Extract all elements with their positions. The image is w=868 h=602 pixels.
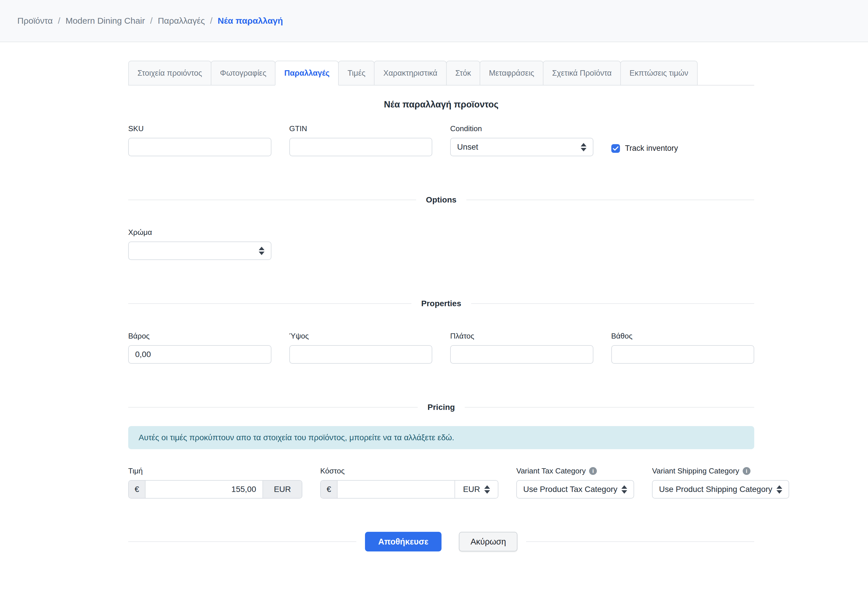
footer-button-group: Αποθήκευσε Ακύρωση (356, 531, 526, 552)
tab-translations[interactable]: Μεταφράσεις (480, 61, 543, 86)
select-arrows-icon (621, 485, 627, 494)
product-tabs: Στοιχεία προιόντος Φωτογραφίες Παραλλαγέ… (128, 61, 754, 86)
pricing-row: Τιμή € EUR Κόστος € EUR Variant Tax Cate… (128, 467, 754, 499)
shipping-category-select[interactable]: Use Product Shipping Category (652, 480, 789, 499)
tab-properties[interactable]: Χαρακτηριστικά (374, 61, 446, 86)
identity-row: SKU GTIN Condition Unset Track inventory (128, 124, 754, 156)
tax-category-label-text: Variant Tax Category (516, 467, 586, 476)
pricing-section-divider: Pricing (128, 407, 754, 408)
track-inventory-group: Track inventory (611, 124, 755, 156)
tab-stock[interactable]: Στόκ (446, 61, 480, 86)
cancel-button[interactable]: Ακύρωση (459, 532, 517, 551)
price-label: Τιμή (128, 467, 302, 476)
condition-field-group: Condition Unset (450, 124, 593, 156)
select-arrows-icon (259, 247, 264, 255)
properties-row: Βάρος Ύψος Πλάτος Βάθος (128, 332, 754, 364)
breadcrumb-product-name[interactable]: Modern Dining Chair (66, 16, 145, 26)
pricing-info-alert: Αυτές οι τιμές προκύπτουν απο τα στοιχεί… (128, 426, 754, 449)
properties-section-title: Properties (411, 299, 471, 308)
main-content: Στοιχεία προιόντος Φωτογραφίες Παραλλαγέ… (128, 61, 754, 552)
tax-category-label: Variant Tax Category i (516, 467, 634, 476)
depth-input[interactable] (611, 345, 755, 364)
options-section-title: Options (416, 195, 466, 204)
info-icon[interactable]: i (589, 467, 597, 475)
tab-product-details[interactable]: Στοιχεία προιόντος (128, 61, 212, 86)
condition-select[interactable]: Unset (450, 138, 593, 156)
tab-images[interactable]: Φωτογραφίες (211, 61, 276, 86)
cost-currency-symbol: € (321, 481, 337, 498)
depth-label: Βάθος (611, 332, 755, 341)
options-row: Χρώμα (128, 228, 754, 260)
pricing-info-text: Αυτές οι τιμές προκύπτουν απο τα στοιχεί… (139, 433, 454, 442)
sku-field-group: SKU (128, 124, 271, 156)
breadcrumb-separator: / (58, 16, 60, 26)
breadcrumb-separator: / (150, 16, 152, 26)
cost-currency-select[interactable]: EUR (454, 481, 498, 498)
price-input-group: € EUR (128, 480, 302, 499)
shipping-category-selected-value: Use Product Shipping Category (659, 485, 772, 494)
condition-label: Condition (450, 124, 593, 133)
cost-input[interactable] (337, 481, 454, 498)
breadcrumb: Προϊόντα / Modern Dining Chair / Παραλλα… (17, 16, 283, 26)
price-currency-symbol: € (129, 481, 146, 498)
checkmark-icon (613, 146, 618, 151)
pricing-section-title: Pricing (418, 403, 465, 412)
tax-category-select[interactable]: Use Product Tax Category (516, 480, 634, 499)
tab-variants[interactable]: Παραλλαγές (275, 61, 339, 86)
tab-prices[interactable]: Τιμές (338, 61, 374, 86)
weight-input[interactable] (128, 345, 271, 364)
shipping-category-label-text: Variant Shipping Category (652, 467, 739, 476)
color-label: Χρώμα (128, 228, 271, 237)
save-button[interactable]: Αποθήκευσε (365, 532, 442, 551)
tax-category-field-group: Variant Tax Category i Use Product Tax C… (516, 467, 634, 499)
cost-label: Κόστος (320, 467, 498, 476)
width-label: Πλάτος (450, 332, 593, 341)
shipping-category-field-group: Variant Shipping Category i Use Product … (652, 467, 789, 499)
sku-label: SKU (128, 124, 271, 133)
select-arrows-icon (484, 485, 490, 494)
height-field-group: Ύψος (289, 332, 432, 364)
page-title: Νέα παραλλαγή προϊοντος (128, 99, 754, 110)
select-arrows-icon (581, 143, 586, 151)
sku-input[interactable] (128, 138, 271, 156)
properties-section-divider: Properties (128, 303, 754, 304)
breadcrumb-separator: / (210, 16, 213, 26)
height-input[interactable] (289, 345, 432, 364)
shipping-category-label: Variant Shipping Category i (652, 467, 789, 476)
select-arrows-icon (776, 485, 782, 494)
breadcrumb-products[interactable]: Προϊόντα (17, 16, 53, 26)
tab-price-discounts[interactable]: Εκπτώσεις τιμών (620, 61, 698, 86)
cost-field-group: Κόστος € EUR (320, 467, 498, 499)
info-icon[interactable]: i (743, 467, 750, 475)
color-field-group: Χρώμα (128, 228, 271, 260)
condition-selected-value: Unset (457, 143, 478, 152)
breadcrumb-variants[interactable]: Παραλλαγές (158, 16, 205, 26)
height-label: Ύψος (289, 332, 432, 341)
gtin-field-group: GTIN (289, 124, 432, 156)
weight-label: Βάρος (128, 332, 271, 341)
tax-category-selected-value: Use Product Tax Category (523, 485, 617, 494)
gtin-label: GTIN (289, 124, 432, 133)
tab-related-products[interactable]: Σχετικά Προϊόντα (543, 61, 621, 86)
color-select[interactable] (128, 241, 271, 260)
cost-input-group: € EUR (320, 480, 498, 499)
track-inventory-checkbox[interactable] (611, 144, 620, 153)
gtin-input[interactable] (289, 138, 432, 156)
track-inventory-label[interactable]: Track inventory (625, 144, 678, 153)
width-input[interactable] (450, 345, 593, 364)
cost-currency-code: EUR (463, 485, 480, 494)
form-footer: Αποθήκευσε Ακύρωση (128, 531, 754, 552)
weight-field-group: Βάρος (128, 332, 271, 364)
breadcrumb-new-variant: Νέα παραλλαγή (218, 16, 283, 26)
top-bar: Προϊόντα / Modern Dining Chair / Παραλλα… (0, 0, 868, 42)
width-field-group: Πλάτος (450, 332, 593, 364)
price-field-group: Τιμή € EUR (128, 467, 302, 499)
price-currency-code: EUR (262, 481, 302, 498)
depth-field-group: Βάθος (611, 332, 755, 364)
options-section-divider: Options (128, 200, 754, 200)
price-input[interactable] (146, 481, 262, 498)
